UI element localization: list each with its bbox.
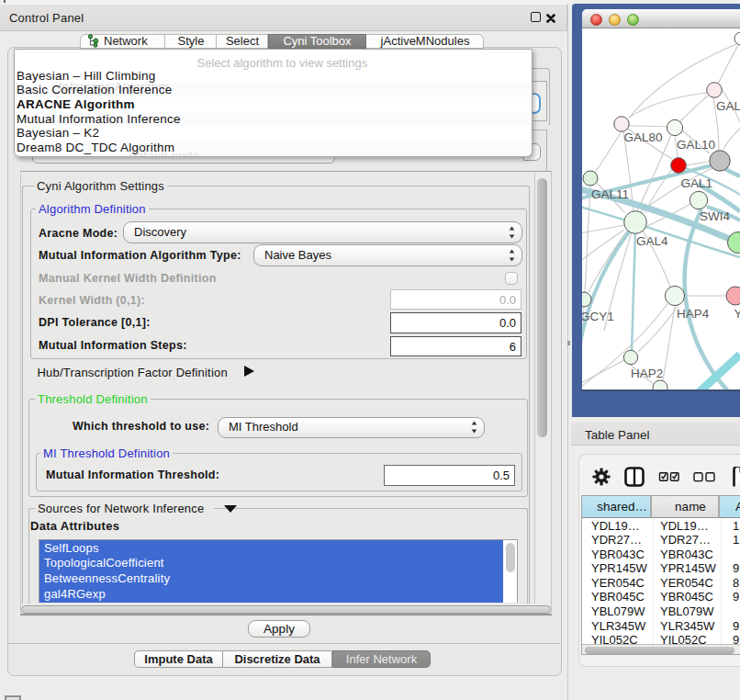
svg-text:HAP2: HAP2 [631,367,663,380]
svg-text:HAP4: HAP4 [677,307,710,321]
svg-text:GAL4: GAL4 [636,234,668,248]
svg-text:YM: YM [734,307,740,321]
svg-text:GAL80: GAL80 [624,130,663,144]
svg-text:GAL11: GAL11 [591,187,629,201]
svg-text:GAL10: GAL10 [677,138,715,152]
svg-text:GAL1: GAL1 [681,176,713,190]
svg-text:GCY1: GCY1 [582,310,614,323]
svg-text:GAL2: GAL2 [716,99,740,113]
svg-text:SWI4: SWI4 [700,209,730,223]
